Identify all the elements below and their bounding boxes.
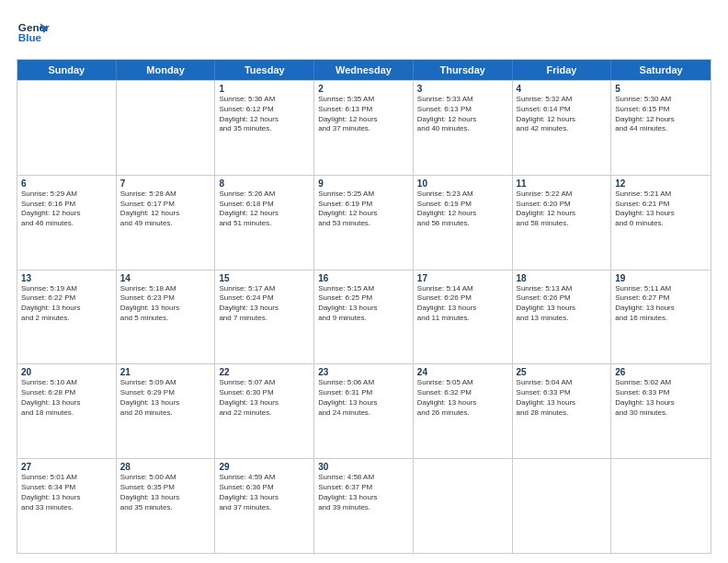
day-info: Sunrise: 5:36 AM Sunset: 6:12 PM Dayligh… [219,95,310,134]
calendar-cell: 27Sunrise: 5:01 AM Sunset: 6:34 PM Dayli… [17,459,117,553]
header: General Blue [17,17,711,50]
day-number: 21 [120,367,211,377]
day-number: 28 [120,462,211,472]
day-number: 3 [417,84,508,94]
day-number: 7 [120,178,211,189]
calendar-week: 13Sunrise: 5:19 AM Sunset: 6:22 PM Dayli… [17,270,711,364]
weekday-header: Friday [513,60,612,80]
day-info: Sunrise: 5:30 AM Sunset: 6:15 PM Dayligh… [615,95,707,134]
logo: General Blue [17,17,50,50]
calendar-cell: 23Sunrise: 5:06 AM Sunset: 6:31 PM Dayli… [314,364,414,458]
day-info: Sunrise: 4:58 AM Sunset: 6:37 PM Dayligh… [318,473,409,512]
page: General Blue SundayMondayTuesdayWednesda… [0,0,728,563]
calendar-cell: 12Sunrise: 5:21 AM Sunset: 6:21 PM Dayli… [611,176,711,270]
day-number: 12 [615,178,707,189]
calendar-week: 20Sunrise: 5:10 AM Sunset: 6:28 PM Dayli… [17,363,711,458]
day-info: Sunrise: 5:06 AM Sunset: 6:31 PM Dayligh… [318,378,409,418]
calendar-header-row: SundayMondayTuesdayWednesdayThursdayFrid… [17,60,711,80]
calendar-cell: 14Sunrise: 5:18 AM Sunset: 6:23 PM Dayli… [117,270,216,364]
calendar-body: 1Sunrise: 5:36 AM Sunset: 6:12 PM Daylig… [17,80,711,553]
day-number: 29 [219,462,310,472]
day-info: Sunrise: 5:10 AM Sunset: 6:28 PM Dayligh… [21,378,112,418]
calendar-cell: 20Sunrise: 5:10 AM Sunset: 6:28 PM Dayli… [17,364,117,458]
calendar-cell: 19Sunrise: 5:11 AM Sunset: 6:27 PM Dayli… [611,270,711,364]
calendar-cell: 24Sunrise: 5:05 AM Sunset: 6:32 PM Dayli… [414,364,513,458]
calendar-week: 1Sunrise: 5:36 AM Sunset: 6:12 PM Daylig… [17,80,711,175]
calendar-cell: 21Sunrise: 5:09 AM Sunset: 6:29 PM Dayli… [117,364,216,458]
calendar-cell: 9Sunrise: 5:25 AM Sunset: 6:19 PM Daylig… [314,176,414,270]
day-number: 17 [417,273,508,283]
day-info: Sunrise: 5:04 AM Sunset: 6:33 PM Dayligh… [517,378,608,418]
weekday-header: Thursday [414,60,513,80]
calendar-cell: 28Sunrise: 5:00 AM Sunset: 6:35 PM Dayli… [117,459,216,553]
day-info: Sunrise: 5:00 AM Sunset: 6:35 PM Dayligh… [120,473,211,512]
day-number: 6 [21,178,112,189]
calendar-cell: 7Sunrise: 5:28 AM Sunset: 6:17 PM Daylig… [117,176,216,270]
calendar-cell: 8Sunrise: 5:26 AM Sunset: 6:18 PM Daylig… [215,176,314,270]
day-info: Sunrise: 5:18 AM Sunset: 6:23 PM Dayligh… [120,284,211,324]
calendar-cell: 16Sunrise: 5:15 AM Sunset: 6:25 PM Dayli… [314,270,414,364]
day-number: 23 [318,367,409,377]
day-info: Sunrise: 5:33 AM Sunset: 6:13 PM Dayligh… [417,95,508,134]
calendar-cell [611,459,711,553]
svg-text:Blue: Blue [18,31,42,43]
day-info: Sunrise: 5:11 AM Sunset: 6:27 PM Dayligh… [615,284,707,324]
weekday-header: Wednesday [314,60,414,80]
day-number: 10 [417,178,508,189]
calendar-cell: 11Sunrise: 5:22 AM Sunset: 6:20 PM Dayli… [513,176,612,270]
day-number: 18 [517,273,608,283]
day-info: Sunrise: 5:35 AM Sunset: 6:13 PM Dayligh… [318,95,409,134]
calendar-cell: 17Sunrise: 5:14 AM Sunset: 6:26 PM Dayli… [414,270,513,364]
calendar-cell [117,81,216,175]
day-number: 25 [517,367,608,377]
calendar-week: 6Sunrise: 5:29 AM Sunset: 6:16 PM Daylig… [17,175,711,270]
day-number: 19 [615,273,707,283]
day-info: Sunrise: 5:07 AM Sunset: 6:30 PM Dayligh… [219,378,310,418]
day-info: Sunrise: 5:15 AM Sunset: 6:25 PM Dayligh… [318,284,409,324]
day-info: Sunrise: 5:19 AM Sunset: 6:22 PM Dayligh… [21,284,112,324]
day-info: Sunrise: 5:29 AM Sunset: 6:16 PM Dayligh… [21,190,112,229]
day-number: 1 [219,84,310,94]
day-number: 26 [615,367,707,377]
calendar-cell: 30Sunrise: 4:58 AM Sunset: 6:37 PM Dayli… [314,459,414,553]
day-number: 11 [517,178,608,189]
day-info: Sunrise: 5:32 AM Sunset: 6:14 PM Dayligh… [517,95,608,134]
calendar-cell: 3Sunrise: 5:33 AM Sunset: 6:13 PM Daylig… [414,81,513,175]
calendar-cell: 18Sunrise: 5:13 AM Sunset: 6:26 PM Dayli… [513,270,612,364]
calendar-week: 27Sunrise: 5:01 AM Sunset: 6:34 PM Dayli… [17,458,711,553]
day-number: 5 [615,84,707,94]
calendar: SundayMondayTuesdayWednesdayThursdayFrid… [17,59,711,554]
calendar-cell: 13Sunrise: 5:19 AM Sunset: 6:22 PM Dayli… [17,270,117,364]
calendar-cell: 22Sunrise: 5:07 AM Sunset: 6:30 PM Dayli… [215,364,314,458]
weekday-header: Saturday [611,60,711,80]
day-info: Sunrise: 5:23 AM Sunset: 6:19 PM Dayligh… [417,190,508,229]
day-number: 20 [21,367,112,377]
day-number: 13 [21,273,112,283]
calendar-cell: 6Sunrise: 5:29 AM Sunset: 6:16 PM Daylig… [17,176,117,270]
calendar-cell [513,459,612,553]
calendar-cell: 1Sunrise: 5:36 AM Sunset: 6:12 PM Daylig… [215,81,314,175]
calendar-cell: 2Sunrise: 5:35 AM Sunset: 6:13 PM Daylig… [314,81,414,175]
day-number: 2 [318,84,409,94]
weekday-header: Sunday [17,60,117,80]
day-info: Sunrise: 5:17 AM Sunset: 6:24 PM Dayligh… [219,284,310,324]
day-info: Sunrise: 5:25 AM Sunset: 6:19 PM Dayligh… [318,190,409,229]
day-info: Sunrise: 5:05 AM Sunset: 6:32 PM Dayligh… [417,378,508,418]
calendar-cell: 25Sunrise: 5:04 AM Sunset: 6:33 PM Dayli… [513,364,612,458]
day-number: 24 [417,367,508,377]
day-info: Sunrise: 5:01 AM Sunset: 6:34 PM Dayligh… [21,473,112,512]
calendar-cell: 10Sunrise: 5:23 AM Sunset: 6:19 PM Dayli… [414,176,513,270]
logo-icon: General Blue [17,17,50,50]
calendar-cell: 29Sunrise: 4:59 AM Sunset: 6:36 PM Dayli… [215,459,314,553]
weekday-header: Monday [117,60,216,80]
day-number: 30 [318,462,409,472]
day-info: Sunrise: 5:21 AM Sunset: 6:21 PM Dayligh… [615,190,707,229]
day-number: 9 [318,178,409,189]
day-number: 4 [517,84,608,94]
day-info: Sunrise: 4:59 AM Sunset: 6:36 PM Dayligh… [219,473,310,512]
calendar-cell: 5Sunrise: 5:30 AM Sunset: 6:15 PM Daylig… [611,81,711,175]
weekday-header: Tuesday [215,60,314,80]
calendar-cell: 4Sunrise: 5:32 AM Sunset: 6:14 PM Daylig… [513,81,612,175]
day-info: Sunrise: 5:28 AM Sunset: 6:17 PM Dayligh… [120,190,211,229]
day-number: 15 [219,273,310,283]
